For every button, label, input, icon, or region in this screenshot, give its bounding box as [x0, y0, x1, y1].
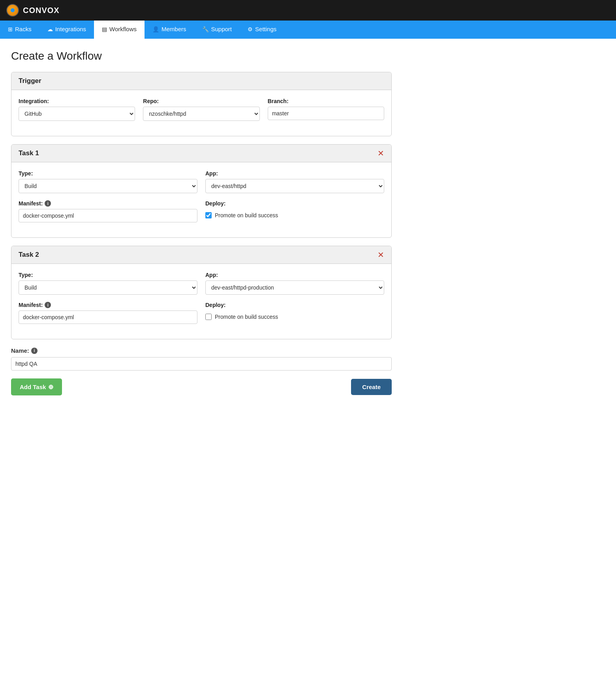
trigger-section-header: Trigger — [11, 72, 391, 90]
task2-deploy-label: Deploy: — [205, 302, 384, 308]
add-task-label: Add Task — [20, 384, 46, 390]
task2-section-header: Task 2 ✕ — [11, 246, 391, 264]
settings-icon: ⚙ — [248, 26, 253, 32]
task2-section-body: Type: Build App: dev-east/httpd-producti… — [11, 264, 391, 339]
task1-section-body: Type: Build App: dev-east/httpd Manifest… — [11, 162, 391, 237]
nav-label-support: Support — [211, 26, 232, 32]
nav-label-settings: Settings — [255, 26, 276, 32]
task1-section: Task 1 ✕ Type: Build App: dev-east/httpd — [11, 144, 392, 238]
logo-inner — [11, 8, 15, 12]
workflows-icon: ▤ — [102, 26, 107, 32]
name-section: Name: i — [11, 347, 392, 371]
task2-type-select[interactable]: Build — [19, 280, 197, 295]
app-title: CONVOX — [23, 6, 60, 15]
task2-manifest-deploy-row: Manifest: i Deploy: Promote on build suc… — [19, 302, 384, 324]
task1-section-title: Task 1 — [19, 149, 39, 157]
trigger-section: Trigger Integration: GitHub Repo: nzosch… — [11, 72, 392, 136]
manifest2-info-icon: i — [45, 302, 51, 308]
nav-item-settings[interactable]: ⚙ Settings — [240, 21, 284, 39]
integrations-icon: ☁ — [47, 26, 53, 32]
task1-app-select[interactable]: dev-east/httpd — [205, 179, 384, 193]
task2-deploy-group: Deploy: Promote on build success — [205, 302, 384, 324]
task2-promote-label[interactable]: Promote on build success — [215, 314, 278, 320]
task1-deploy-group: Deploy: Promote on build success — [205, 200, 384, 222]
task2-section: Task 2 ✕ Type: Build App: dev-east/httpd… — [11, 246, 392, 339]
create-label: Create — [362, 384, 381, 390]
nav-item-workflows[interactable]: ▤ Workflows — [94, 21, 145, 39]
nav-label-members: Members — [162, 26, 186, 32]
logo: CONVOX — [6, 4, 60, 17]
logo-icon — [6, 4, 19, 17]
nav-label-integrations: Integrations — [55, 26, 86, 32]
task2-app-label: App: — [205, 272, 384, 278]
members-icon: 👤 — [152, 26, 159, 32]
task1-type-select[interactable]: Build — [19, 179, 197, 193]
create-button[interactable]: Create — [351, 379, 392, 395]
trigger-section-body: Integration: GitHub Repo: nzoschke/httpd… — [11, 90, 391, 136]
nav-label-racks: Racks — [15, 26, 32, 32]
integration-label: Integration: — [19, 98, 135, 104]
name-info-icon: i — [31, 348, 38, 354]
task2-type-app-row: Type: Build App: dev-east/httpd-producti… — [19, 272, 384, 295]
racks-icon: ⊞ — [8, 26, 13, 32]
task1-manifest-label: Manifest: i — [19, 200, 197, 207]
task2-type-group: Type: Build — [19, 272, 197, 295]
integration-select[interactable]: GitHub — [19, 107, 135, 121]
task1-deploy-label: Deploy: — [205, 200, 384, 207]
branch-group: Branch: — [268, 98, 384, 121]
trigger-form-row: Integration: GitHub Repo: nzoschke/httpd… — [19, 98, 384, 121]
task1-promote-label[interactable]: Promote on build success — [215, 212, 278, 218]
task1-type-group: Type: Build — [19, 170, 197, 193]
manifest-info-icon: i — [45, 200, 51, 207]
repo-group: Repo: nzoschke/httpd — [143, 98, 259, 121]
nav-item-integrations[interactable]: ☁ Integrations — [39, 21, 94, 39]
task2-manifest-group: Manifest: i — [19, 302, 197, 324]
task2-promote-row: Promote on build success — [205, 314, 384, 320]
task2-remove-button[interactable]: ✕ — [377, 251, 384, 259]
bottom-bar: Add Task ⊕ Create — [11, 378, 392, 395]
integration-group: Integration: GitHub — [19, 98, 135, 121]
task2-type-label: Type: — [19, 272, 197, 278]
task1-remove-button[interactable]: ✕ — [377, 149, 384, 157]
task1-promote-checkbox[interactable] — [205, 212, 212, 218]
support-icon: 🔧 — [202, 26, 209, 32]
task1-manifest-group: Manifest: i — [19, 200, 197, 222]
nav-bar: ⊞ Racks ☁ Integrations ▤ Workflows 👤 Mem… — [0, 21, 616, 39]
repo-label: Repo: — [143, 98, 259, 104]
task1-type-app-row: Type: Build App: dev-east/httpd — [19, 170, 384, 193]
main-content: Create a Workflow Trigger Integration: G… — [0, 39, 403, 406]
nav-label-workflows: Workflows — [109, 26, 137, 32]
task1-manifest-deploy-row: Manifest: i Deploy: Promote on build suc… — [19, 200, 384, 222]
task2-promote-checkbox[interactable] — [205, 314, 212, 320]
add-task-button[interactable]: Add Task ⊕ — [11, 378, 62, 395]
task1-app-label: App: — [205, 170, 384, 177]
task2-app-group: App: dev-east/httpd-production — [205, 272, 384, 295]
trigger-section-title: Trigger — [19, 77, 41, 85]
nav-item-racks[interactable]: ⊞ Racks — [0, 21, 39, 39]
task2-app-select[interactable]: dev-east/httpd-production — [205, 280, 384, 295]
nav-item-members[interactable]: 👤 Members — [145, 21, 194, 39]
branch-input[interactable] — [268, 107, 384, 120]
top-bar: CONVOX — [0, 0, 616, 21]
task2-manifest-label: Manifest: i — [19, 302, 197, 308]
task1-section-header: Task 1 ✕ — [11, 145, 391, 162]
page-title: Create a Workflow — [11, 50, 392, 62]
name-input[interactable] — [11, 357, 392, 371]
nav-item-support[interactable]: 🔧 Support — [194, 21, 240, 39]
task2-manifest-input[interactable] — [19, 310, 197, 324]
branch-label: Branch: — [268, 98, 384, 104]
name-label: Name: i — [11, 347, 392, 354]
task1-manifest-input[interactable] — [19, 209, 197, 222]
plus-icon: ⊕ — [48, 383, 53, 391]
task1-app-group: App: dev-east/httpd — [205, 170, 384, 193]
repo-select[interactable]: nzoschke/httpd — [143, 107, 259, 121]
task1-type-label: Type: — [19, 170, 197, 177]
task1-promote-row: Promote on build success — [205, 212, 384, 218]
task2-section-title: Task 2 — [19, 251, 39, 259]
